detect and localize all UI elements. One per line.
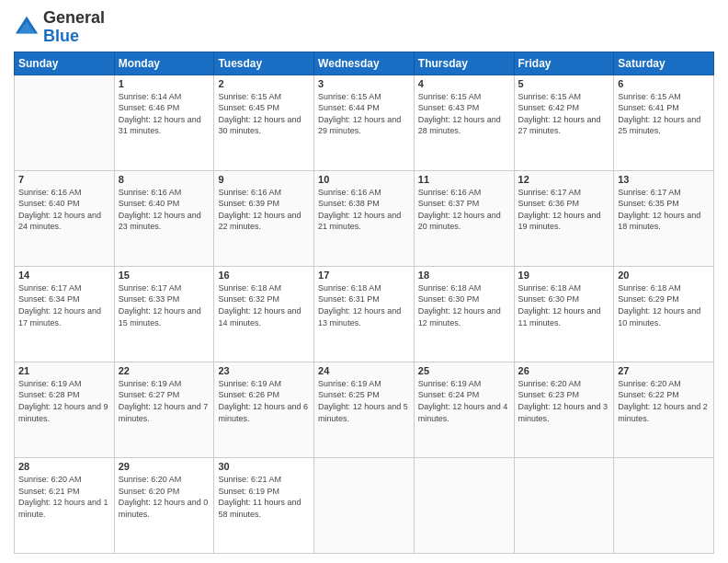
day-cell: 6Sunrise: 6:15 AMSunset: 6:41 PMDaylight… <box>614 75 714 170</box>
day-cell <box>514 457 614 553</box>
day-info: Sunrise: 6:16 AMSunset: 6:39 PMDaylight:… <box>218 187 310 233</box>
day-cell: 14Sunrise: 6:17 AMSunset: 6:34 PMDayligh… <box>15 266 115 362</box>
day-number: 27 <box>618 365 710 376</box>
day-info: Sunrise: 6:17 AMSunset: 6:35 PMDaylight:… <box>618 187 710 233</box>
day-cell <box>614 457 714 553</box>
day-number: 11 <box>418 174 510 185</box>
day-info: Sunrise: 6:20 AMSunset: 6:20 PMDaylight:… <box>119 474 210 520</box>
day-number: 2 <box>218 78 310 89</box>
day-number: 15 <box>119 270 210 281</box>
day-number: 21 <box>18 365 110 376</box>
week-row-2: 7Sunrise: 6:16 AMSunset: 6:40 PMDaylight… <box>15 170 714 266</box>
day-cell: 16Sunrise: 6:18 AMSunset: 6:32 PMDayligh… <box>214 266 314 362</box>
day-cell: 23Sunrise: 6:19 AMSunset: 6:26 PMDayligh… <box>214 362 314 457</box>
day-number: 16 <box>218 270 310 281</box>
day-number: 18 <box>418 270 510 281</box>
week-row-1: 1Sunrise: 6:14 AMSunset: 6:46 PMDaylight… <box>15 75 714 170</box>
day-number: 20 <box>618 270 710 281</box>
day-number: 10 <box>318 174 410 185</box>
logo-text: General Blue <box>43 9 105 46</box>
day-info: Sunrise: 6:17 AMSunset: 6:36 PMDaylight:… <box>518 187 610 233</box>
day-info: Sunrise: 6:19 AMSunset: 6:28 PMDaylight:… <box>18 378 110 424</box>
day-info: Sunrise: 6:16 AMSunset: 6:37 PMDaylight:… <box>418 187 510 233</box>
day-info: Sunrise: 6:20 AMSunset: 6:22 PMDaylight:… <box>618 378 710 424</box>
day-cell: 1Sunrise: 6:14 AMSunset: 6:46 PMDaylight… <box>114 75 214 170</box>
day-cell: 10Sunrise: 6:16 AMSunset: 6:38 PMDayligh… <box>314 170 415 266</box>
day-header-thursday: Thursday <box>414 52 514 75</box>
day-info: Sunrise: 6:15 AMSunset: 6:44 PMDaylight:… <box>318 91 410 137</box>
day-cell <box>314 457 415 553</box>
day-info: Sunrise: 6:20 AMSunset: 6:23 PMDaylight:… <box>518 378 610 424</box>
page: General Blue SundayMondayTuesdayWednesda… <box>0 0 728 563</box>
day-header-sunday: Sunday <box>15 52 115 75</box>
day-number: 23 <box>218 365 310 376</box>
day-number: 30 <box>218 461 310 472</box>
week-row-3: 14Sunrise: 6:17 AMSunset: 6:34 PMDayligh… <box>15 266 714 362</box>
day-number: 9 <box>218 174 310 185</box>
day-cell: 4Sunrise: 6:15 AMSunset: 6:43 PMDaylight… <box>414 75 514 170</box>
day-cell: 24Sunrise: 6:19 AMSunset: 6:25 PMDayligh… <box>314 362 415 457</box>
day-cell: 22Sunrise: 6:19 AMSunset: 6:27 PMDayligh… <box>114 362 214 457</box>
day-cell: 3Sunrise: 6:15 AMSunset: 6:44 PMDaylight… <box>314 75 415 170</box>
week-row-5: 28Sunrise: 6:20 AMSunset: 6:21 PMDayligh… <box>15 457 714 553</box>
day-info: Sunrise: 6:16 AMSunset: 6:40 PMDaylight:… <box>119 187 210 233</box>
day-header-wednesday: Wednesday <box>314 52 415 75</box>
day-cell: 21Sunrise: 6:19 AMSunset: 6:28 PMDayligh… <box>15 362 115 457</box>
day-cell: 7Sunrise: 6:16 AMSunset: 6:40 PMDaylight… <box>15 170 115 266</box>
day-number: 3 <box>318 78 410 89</box>
day-number: 1 <box>119 78 210 89</box>
week-row-4: 21Sunrise: 6:19 AMSunset: 6:28 PMDayligh… <box>15 362 714 457</box>
day-cell: 2Sunrise: 6:15 AMSunset: 6:45 PMDaylight… <box>214 75 314 170</box>
day-info: Sunrise: 6:21 AMSunset: 6:19 PMDaylight:… <box>218 474 310 520</box>
day-info: Sunrise: 6:14 AMSunset: 6:46 PMDaylight:… <box>119 91 210 137</box>
day-cell: 12Sunrise: 6:17 AMSunset: 6:36 PMDayligh… <box>514 170 614 266</box>
day-info: Sunrise: 6:19 AMSunset: 6:26 PMDaylight:… <box>218 378 310 424</box>
day-info: Sunrise: 6:17 AMSunset: 6:33 PMDaylight:… <box>119 282 210 328</box>
day-info: Sunrise: 6:18 AMSunset: 6:29 PMDaylight:… <box>618 282 710 328</box>
day-number: 26 <box>518 365 610 376</box>
day-number: 29 <box>119 461 210 472</box>
day-cell: 25Sunrise: 6:19 AMSunset: 6:24 PMDayligh… <box>414 362 514 457</box>
day-info: Sunrise: 6:15 AMSunset: 6:42 PMDaylight:… <box>518 91 610 137</box>
day-number: 7 <box>18 174 110 185</box>
day-header-friday: Friday <box>514 52 614 75</box>
logo: General Blue <box>14 9 105 46</box>
day-header-saturday: Saturday <box>614 52 714 75</box>
days-header-row: SundayMondayTuesdayWednesdayThursdayFrid… <box>15 52 714 75</box>
day-cell: 8Sunrise: 6:16 AMSunset: 6:40 PMDaylight… <box>114 170 214 266</box>
day-info: Sunrise: 6:15 AMSunset: 6:41 PMDaylight:… <box>618 91 710 137</box>
day-info: Sunrise: 6:18 AMSunset: 6:30 PMDaylight:… <box>518 282 610 328</box>
day-number: 8 <box>119 174 210 185</box>
day-cell: 5Sunrise: 6:15 AMSunset: 6:42 PMDaylight… <box>514 75 614 170</box>
day-cell: 11Sunrise: 6:16 AMSunset: 6:37 PMDayligh… <box>414 170 514 266</box>
day-cell: 28Sunrise: 6:20 AMSunset: 6:21 PMDayligh… <box>15 457 115 553</box>
day-number: 12 <box>518 174 610 185</box>
day-number: 24 <box>318 365 410 376</box>
day-cell: 13Sunrise: 6:17 AMSunset: 6:35 PMDayligh… <box>614 170 714 266</box>
day-info: Sunrise: 6:20 AMSunset: 6:21 PMDaylight:… <box>18 474 110 520</box>
day-number: 14 <box>18 270 110 281</box>
day-number: 17 <box>318 270 410 281</box>
day-info: Sunrise: 6:18 AMSunset: 6:30 PMDaylight:… <box>418 282 510 328</box>
day-number: 5 <box>518 78 610 89</box>
day-cell: 20Sunrise: 6:18 AMSunset: 6:29 PMDayligh… <box>614 266 714 362</box>
day-number: 25 <box>418 365 510 376</box>
day-header-monday: Monday <box>114 52 214 75</box>
day-info: Sunrise: 6:19 AMSunset: 6:25 PMDaylight:… <box>318 378 410 424</box>
header: General Blue <box>14 9 714 46</box>
day-number: 19 <box>518 270 610 281</box>
day-header-tuesday: Tuesday <box>214 52 314 75</box>
day-cell: 27Sunrise: 6:20 AMSunset: 6:22 PMDayligh… <box>614 362 714 457</box>
day-cell: 26Sunrise: 6:20 AMSunset: 6:23 PMDayligh… <box>514 362 614 457</box>
day-cell <box>15 75 115 170</box>
day-number: 22 <box>119 365 210 376</box>
day-cell: 30Sunrise: 6:21 AMSunset: 6:19 PMDayligh… <box>214 457 314 553</box>
day-number: 28 <box>18 461 110 472</box>
day-info: Sunrise: 6:15 AMSunset: 6:45 PMDaylight:… <box>218 91 310 137</box>
day-info: Sunrise: 6:18 AMSunset: 6:32 PMDaylight:… <box>218 282 310 328</box>
day-info: Sunrise: 6:17 AMSunset: 6:34 PMDaylight:… <box>18 282 110 328</box>
day-number: 6 <box>618 78 710 89</box>
day-info: Sunrise: 6:16 AMSunset: 6:40 PMDaylight:… <box>18 187 110 233</box>
day-cell <box>414 457 514 553</box>
day-cell: 9Sunrise: 6:16 AMSunset: 6:39 PMDaylight… <box>214 170 314 266</box>
